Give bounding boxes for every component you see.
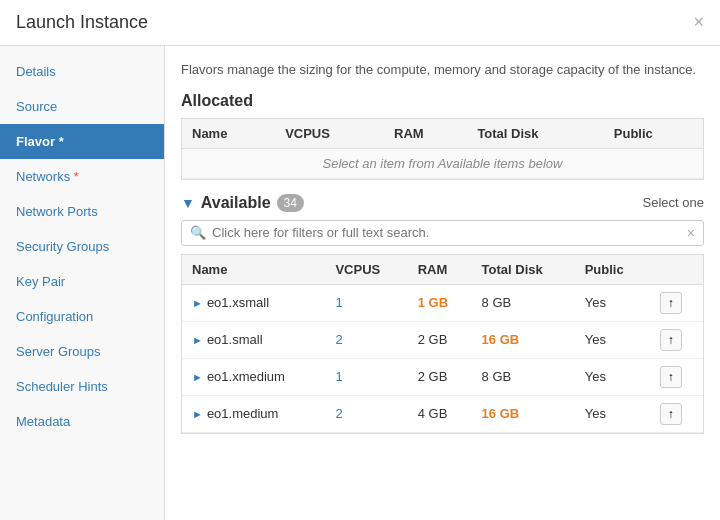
flavor-allocate-cell: ↑	[650, 395, 703, 432]
clear-search-icon[interactable]: ×	[687, 225, 695, 241]
available-col-vcpus: VCPUS	[325, 255, 407, 285]
sidebar-item-configuration[interactable]: Configuration	[0, 299, 164, 334]
search-bar[interactable]: 🔍 ×	[181, 220, 704, 246]
required-indicator: *	[70, 169, 79, 184]
allocated-col-ram: RAM	[384, 119, 467, 149]
sidebar-item-server-groups[interactable]: Server Groups	[0, 334, 164, 369]
flavor-disk: 16 GB	[472, 395, 575, 432]
allocated-col-name: Name	[182, 119, 275, 149]
allocated-table-container: NameVCPUSRAMTotal DiskPublic Select an i…	[181, 118, 704, 180]
allocated-empty-message: Select an item from Available items belo…	[182, 148, 703, 178]
table-row: ►eo1.small22 GB16 GBYes↑	[182, 321, 703, 358]
sidebar-item-scheduler-hints[interactable]: Scheduler Hints	[0, 369, 164, 404]
flavor-name: ►eo1.xmedium	[182, 358, 325, 395]
allocated-col-vcpus: VCPUS	[275, 119, 384, 149]
available-count-badge: 34	[277, 194, 304, 212]
flavor-public: Yes	[575, 321, 650, 358]
flavor-disk: 8 GB	[472, 284, 575, 321]
main-content: Flavors manage the sizing for the comput…	[165, 46, 720, 520]
available-table-body: ►eo1.xsmall11 GB8 GBYes↑►eo1.small22 GB1…	[182, 284, 703, 432]
sidebar-item-metadata[interactable]: Metadata	[0, 404, 164, 439]
allocated-empty-row: Select an item from Available items belo…	[182, 148, 703, 178]
flavor-allocate-cell: ↑	[650, 284, 703, 321]
table-row: ►eo1.medium24 GB16 GBYes↑	[182, 395, 703, 432]
sidebar-item-networks[interactable]: Networks *	[0, 159, 164, 194]
flavor-allocate-cell: ↑	[650, 321, 703, 358]
expand-icon[interactable]: ►	[192, 371, 203, 383]
flavor-name: ►eo1.small	[182, 321, 325, 358]
sidebar-item-source[interactable]: Source	[0, 89, 164, 124]
available-table-container: NameVCPUSRAMTotal DiskPublic ►eo1.xsmall…	[181, 254, 704, 434]
flavor-ram: 2 GB	[408, 358, 472, 395]
expand-icon[interactable]: ►	[192, 408, 203, 420]
available-header: ▼ Available 34 Select one	[181, 194, 704, 212]
flavor-public: Yes	[575, 395, 650, 432]
flavor-disk: 16 GB	[472, 321, 575, 358]
select-one-label: Select one	[643, 195, 704, 210]
flavor-name: ►eo1.xsmall	[182, 284, 325, 321]
search-input[interactable]	[212, 225, 687, 240]
expand-icon[interactable]: ►	[192, 297, 203, 309]
allocated-table-header: NameVCPUSRAMTotal DiskPublic	[182, 119, 703, 149]
chevron-down-icon: ▼	[181, 195, 195, 211]
required-indicator: *	[55, 134, 64, 149]
available-table: NameVCPUSRAMTotal DiskPublic ►eo1.xsmall…	[182, 255, 703, 433]
available-title: Available	[201, 194, 271, 212]
available-left: ▼ Available 34	[181, 194, 304, 212]
expand-icon[interactable]: ►	[192, 334, 203, 346]
allocate-flavor-button[interactable]: ↑	[660, 292, 682, 314]
sidebar-item-network-ports[interactable]: Network Ports	[0, 194, 164, 229]
table-row: ►eo1.xsmall11 GB8 GBYes↑	[182, 284, 703, 321]
flavor-public: Yes	[575, 284, 650, 321]
modal-container: Launch Instance × DetailsSourceFlavor *N…	[0, 0, 720, 520]
flavor-description: Flavors manage the sizing for the comput…	[181, 60, 704, 80]
flavor-vcpus: 2	[325, 321, 407, 358]
flavor-allocate-cell: ↑	[650, 358, 703, 395]
flavor-ram: 2 GB	[408, 321, 472, 358]
allocate-flavor-button[interactable]: ↑	[660, 366, 682, 388]
available-col-action	[650, 255, 703, 285]
available-col-total-disk: Total Disk	[472, 255, 575, 285]
allocated-col-public: Public	[604, 119, 703, 149]
allocate-flavor-button[interactable]: ↑	[660, 403, 682, 425]
allocated-table: NameVCPUSRAMTotal DiskPublic Select an i…	[182, 119, 703, 179]
search-icon: 🔍	[190, 225, 206, 240]
flavor-vcpus: 1	[325, 358, 407, 395]
flavor-name: ►eo1.medium	[182, 395, 325, 432]
sidebar: DetailsSourceFlavor *Networks *Network P…	[0, 46, 165, 520]
available-table-header: NameVCPUSRAMTotal DiskPublic	[182, 255, 703, 285]
flavor-ram: 4 GB	[408, 395, 472, 432]
close-button[interactable]: ×	[693, 12, 704, 33]
sidebar-item-flavor[interactable]: Flavor *	[0, 124, 164, 159]
allocated-col-total-disk: Total Disk	[467, 119, 603, 149]
flavor-public: Yes	[575, 358, 650, 395]
flavor-disk: 8 GB	[472, 358, 575, 395]
modal-header: Launch Instance ×	[0, 0, 720, 46]
table-row: ►eo1.xmedium12 GB8 GBYes↑	[182, 358, 703, 395]
sidebar-item-details[interactable]: Details	[0, 54, 164, 89]
sidebar-item-key-pair[interactable]: Key Pair	[0, 264, 164, 299]
flavor-vcpus: 2	[325, 395, 407, 432]
flavor-ram: 1 GB	[408, 284, 472, 321]
modal-body: DetailsSourceFlavor *Networks *Network P…	[0, 46, 720, 520]
modal-title: Launch Instance	[16, 12, 148, 33]
allocated-title: Allocated	[181, 92, 704, 110]
allocate-flavor-button[interactable]: ↑	[660, 329, 682, 351]
available-col-public: Public	[575, 255, 650, 285]
sidebar-item-security-groups[interactable]: Security Groups	[0, 229, 164, 264]
available-col-ram: RAM	[408, 255, 472, 285]
available-col-name: Name	[182, 255, 325, 285]
flavor-vcpus: 1	[325, 284, 407, 321]
